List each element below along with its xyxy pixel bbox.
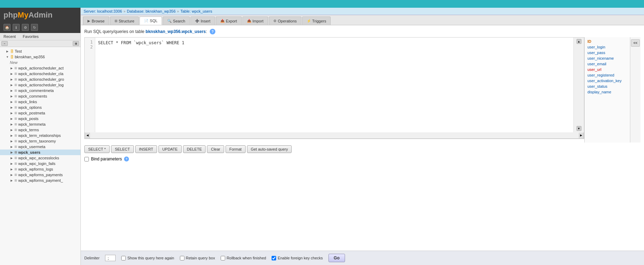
sidebar-item-wpck-actionscheduler-gro[interactable]: ▶ ⊞ wpck_actionscheduler_gro: [0, 77, 80, 82]
col-user-email[interactable]: user_email: [586, 61, 629, 67]
table-icon: ⊞: [14, 173, 17, 177]
sidebar-item-wpck-term-relationships[interactable]: ▶ ⊞ wpck_term_relationships: [0, 133, 80, 138]
sidebar-item-wpck-wpforms-payments[interactable]: ▶ ⊞ wpck_wpforms_payments: [0, 172, 80, 178]
update-button[interactable]: UPDATE: [158, 145, 182, 153]
tab-browse[interactable]: ▶ Browse: [83, 16, 109, 25]
tab-import[interactable]: 📥 Import: [242, 16, 268, 25]
collapse-right-panel-button[interactable]: <<: [631, 39, 640, 47]
logo-admin: Admin: [28, 11, 52, 19]
sidebar-item-wpck-posts[interactable]: ▶ ⊞ wpck_posts: [0, 116, 80, 121]
col-display-name[interactable]: display_name: [586, 89, 629, 95]
sidebar-item-wpck-links[interactable]: ▶ ⊞ wpck_links: [0, 99, 80, 105]
sidebar-collapse-btn[interactable]: −: [1, 41, 8, 46]
editor-scrollbar-right: ▲ ▼: [573, 38, 584, 132]
insert-icon: ➕: [195, 19, 199, 23]
table-icon: ⊞: [14, 72, 17, 75]
show-again-checkbox[interactable]: [121, 256, 126, 260]
go-button[interactable]: Go: [328, 254, 345, 262]
sidebar-item-bknskhan[interactable]: ▼ 🗄 bknskhan_wp356: [0, 54, 80, 60]
insert-button[interactable]: INSERT: [135, 145, 157, 153]
info-icon-btn[interactable]: ℹ: [13, 24, 20, 31]
help-icon[interactable]: ?: [210, 29, 215, 34]
col-user-nicename[interactable]: user_nicename: [586, 55, 629, 61]
sidebar-item-wpck-usermeta[interactable]: ▶ ⊞ wpck_usermeta: [0, 144, 80, 150]
tab-export[interactable]: 📤 Export: [216, 16, 242, 25]
bind-params-checkbox[interactable]: [84, 157, 89, 161]
scroll-down-arrow[interactable]: ▼: [577, 126, 581, 131]
expand-icon: ▶: [10, 72, 13, 75]
tab-insert[interactable]: ➕ Insert: [190, 16, 215, 25]
sidebar-item-label: wpck_wpc_accesslocks: [18, 156, 59, 160]
sidebar-item-wpck-termmeta[interactable]: ▶ ⊞ wpck_termmeta: [0, 121, 80, 127]
scroll-up-arrow[interactable]: ▲: [577, 39, 581, 44]
sidebar-item-wpck-options[interactable]: ▶ ⊞ wpck_options: [0, 105, 80, 110]
rollback-checkbox[interactable]: [221, 256, 225, 260]
col-user-login[interactable]: user_login: [586, 44, 629, 50]
format-button[interactable]: Format: [226, 145, 246, 153]
sidebar-item-label: wpck_term_taxonomy: [18, 139, 56, 143]
sidebar-item-wpck-terms[interactable]: ▶ ⊞ wpck_terms: [0, 127, 80, 133]
get-autosaved-button[interactable]: Get auto-saved query: [247, 145, 292, 153]
col-user-status[interactable]: user_status: [586, 84, 629, 89]
col-user-pass[interactable]: user_pass: [586, 50, 629, 55]
database-link[interactable]: Database: bknskhan_wp356: [127, 9, 176, 13]
sql-input[interactable]: SELECT * FROM `wpck_users` WHERE 1: [95, 38, 573, 132]
scroll-left-arrow[interactable]: ◀: [85, 133, 90, 138]
sidebar-item-new[interactable]: New: [0, 60, 80, 65]
table-link[interactable]: Table: wpck_users: [180, 9, 212, 13]
sidebar-item-label: wpck_postmeta: [18, 111, 45, 115]
scroll-right-arrow[interactable]: ▶: [579, 133, 584, 138]
sidebar-item-label: wpck_posts: [18, 117, 38, 121]
retain-query-checkbox[interactable]: [180, 256, 184, 260]
expand-icon: ▶: [10, 179, 13, 182]
table-icon: ⊞: [14, 156, 17, 160]
refresh-icon[interactable]: ↻: [31, 24, 38, 31]
sidebar-item-wpck-actionscheduler-act[interactable]: ▶ ⊞ wpck_actionscheduler_act: [0, 65, 80, 71]
expand-icon: ▶: [10, 139, 13, 143]
foreign-key-checkbox[interactable]: [272, 256, 276, 260]
col-ID[interactable]: ID: [586, 39, 629, 44]
sidebar-item-wpck-commentmeta[interactable]: ▶ ⊞ wpck_commentmeta: [0, 88, 80, 93]
tab-sql[interactable]: 📄 SQL: [139, 16, 162, 25]
col-user-url[interactable]: user_url: [586, 67, 629, 72]
browse-icon: ▶: [87, 19, 90, 23]
tab-structure[interactable]: ⊞ Structure: [110, 16, 139, 25]
bind-params-help-icon[interactable]: ?: [124, 157, 129, 161]
clear-button[interactable]: Clear: [207, 145, 224, 153]
logo-my: My: [18, 11, 28, 19]
server-link[interactable]: Server: localhost:3306: [84, 9, 122, 13]
sidebar-item-wpck-wpforms-payment-last[interactable]: ▶ ⊞ wpck_wpforms_payment_: [0, 178, 80, 183]
sidebar-item-test[interactable]: ▶ 🗄 Test: [0, 48, 80, 54]
home-icon[interactable]: 🏠: [4, 24, 11, 31]
expand-icon: ▼: [6, 55, 9, 59]
options-bar: Delimiter Show this query here again Ret…: [81, 251, 644, 265]
column-list: ID user_login user_pass user_nicename us…: [584, 37, 630, 143]
recent-tab[interactable]: Recent: [0, 33, 19, 40]
settings-icon[interactable]: ⚙: [22, 24, 29, 31]
sidebar-item-wpck-actionscheduler-cla[interactable]: ▶ ⊞ wpck_actionscheduler_cla: [0, 71, 80, 77]
sidebar-expand-btn[interactable]: ⊞: [73, 41, 79, 46]
sql-table-ref: bknskhan_wp356.wpck_users: [145, 29, 206, 34]
sidebar-item-wpck-postmeta[interactable]: ▶ ⊞ wpck_postmeta: [0, 110, 80, 116]
sidebar-item-wpck-comments[interactable]: ▶ ⊞ wpck_comments: [0, 93, 80, 99]
col-user-registered[interactable]: user_registered: [586, 72, 629, 78]
sql-title-bar: Run SQL query/queries on table bknskhan_…: [84, 29, 640, 34]
tab-search[interactable]: 🔍 Search: [163, 16, 190, 25]
sidebar-item-wpck-wpc-accesslocks[interactable]: ▶ ⊞ wpck_wpc_accesslocks: [0, 155, 80, 161]
sidebar-item-wpck-wpc-login-fails[interactable]: ▶ ⊞ wpck_wpc_login_fails: [0, 161, 80, 166]
select-button[interactable]: SELECT: [111, 145, 134, 153]
db-icon: 🗄: [10, 55, 14, 59]
sidebar-item-wpck-actionscheduler-log[interactable]: ▶ ⊞ wpck_actionscheduler_log: [0, 82, 80, 88]
sidebar-item-wpck-wpforms-logs[interactable]: ▶ ⊞ wpck_wpforms_logs: [0, 166, 80, 172]
tab-triggers[interactable]: ⚡ Triggers: [302, 16, 331, 25]
delete-button[interactable]: DELETE: [183, 145, 206, 153]
sidebar-item-wpck-term-taxonomy[interactable]: ▶ ⊞ wpck_term_taxonomy: [0, 138, 80, 144]
favorites-tab[interactable]: Favorites: [19, 33, 42, 40]
expand-icon: ▶: [10, 134, 13, 137]
sidebar-item-wpck-users[interactable]: ▶ ⊞ wpck_users: [0, 150, 80, 155]
bind-params-row: Bind parameters ?: [84, 155, 640, 164]
delimiter-input[interactable]: [105, 255, 116, 261]
tab-operations[interactable]: ⚙ Operations: [269, 16, 301, 25]
col-user-activation-key[interactable]: user_activation_key: [586, 78, 629, 84]
select-star-button[interactable]: SELECT *: [84, 145, 110, 153]
